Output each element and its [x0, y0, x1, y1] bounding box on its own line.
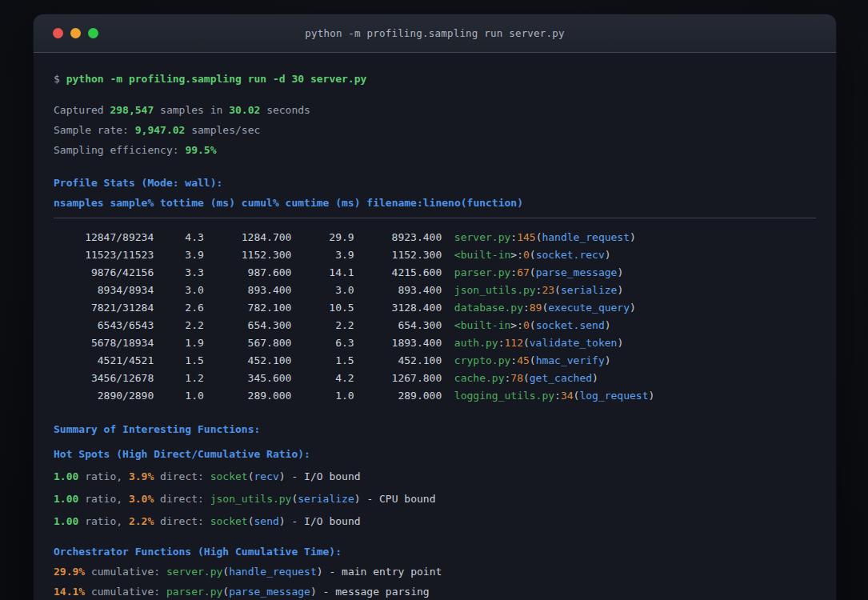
cumtime-cell: 4215.600 [354, 264, 442, 282]
ratio-label: ratio, [78, 493, 129, 505]
window-controls [34, 28, 98, 38]
colon: : [517, 319, 523, 331]
titlebar[interactable]: python -m profiling.sampling run server.… [34, 14, 836, 53]
function-name: hmac_verify [536, 354, 605, 366]
cumul-pct-cell: 3.9 [291, 246, 354, 264]
function-name: log_request [579, 390, 648, 402]
note-text: - CPU bound [361, 493, 436, 505]
table-row: 3456/126781.2345.6004.21267.800cache.py:… [54, 370, 816, 387]
cumul-pct-cell: 4.2 [291, 370, 354, 387]
hot-spot-item: 1.00 ratio, 3.9% direct: socket(recv) - … [54, 468, 816, 486]
tottime-cell: 987.600 [204, 264, 292, 282]
sample-pct-cell: 1.9 [154, 334, 204, 352]
open-paren: ( [222, 586, 229, 598]
tottime-cell: 1284.700 [204, 229, 292, 246]
direct-label: direct: [154, 515, 210, 527]
close-paren: ) [592, 372, 598, 384]
captured-label: Captured [54, 104, 110, 116]
filename: logging_utils.py [454, 390, 554, 402]
command-line: $ python -m profiling.sampling run -d 30… [54, 70, 816, 88]
function-location: logging_utils.py:34(log_request) [454, 387, 654, 405]
function-name: handle_request [229, 566, 317, 578]
table-row: 2890/28901.0289.0001.0289.000logging_uti… [54, 387, 816, 405]
sample-pct-cell: 2.6 [154, 299, 204, 317]
orchestrator-item: 14.1% cumulative: parser.py(parse_messag… [54, 583, 816, 600]
function-location: json_utils.py:23(serialize) [454, 282, 623, 299]
filename: auth.py [454, 337, 498, 349]
sample-rate-value: 9,947.02 [135, 124, 186, 136]
tottime-cell: 654.300 [204, 317, 292, 334]
close-button[interactable] [53, 28, 63, 38]
function-location: cache.py:78(get_cached) [454, 370, 598, 387]
colon: : [554, 390, 561, 402]
terminal-window: python -m profiling.sampling run server.… [34, 14, 836, 600]
close-paren: ) [310, 586, 317, 598]
function-name: parse_message [229, 586, 310, 598]
function-location: <built-in>:0(socket.recv) [454, 246, 611, 264]
close-paren: ) [649, 390, 655, 402]
seconds-label: seconds [260, 104, 310, 116]
close-paren: ) [617, 284, 623, 296]
cumul-pct-cell: 29.9 [291, 229, 354, 246]
ratio-value: 1.00 [54, 515, 78, 527]
line-number: 78 [510, 372, 523, 384]
table-row: 4521/45211.5452.1001.5452.100crypto.py:4… [54, 352, 816, 370]
ratio-label: ratio, [78, 515, 129, 527]
cumul-pct-cell: 10.5 [291, 299, 354, 317]
cumul-pct-cell: 3.0 [291, 282, 354, 299]
duration-value: 30.02 [229, 104, 260, 116]
orchestrator-item: 29.9% cumulative: server.py(handle_reque… [54, 563, 816, 581]
table-row: 7821/312842.6782.10010.53128.400database… [54, 299, 816, 317]
nsamples-cell: 8934/8934 [54, 282, 154, 299]
tottime-cell: 345.600 [204, 370, 292, 387]
ratio-value: 1.00 [54, 493, 78, 505]
line-number: 34 [561, 390, 574, 402]
cumtime-cell: 654.300 [354, 317, 442, 334]
sample-pct-cell: 3.3 [154, 264, 204, 282]
close-paren: ) [605, 249, 611, 261]
cumtime-cell: 8923.400 [354, 229, 442, 246]
close-paren: ) [279, 470, 286, 482]
efficiency-line: Sampling efficiency: 99.5% [54, 142, 816, 159]
sample-pct-cell: 3.0 [154, 282, 204, 299]
function-location: crypto.py:45(hmac_verify) [454, 352, 611, 370]
function-location: server.py:145(handle_request) [454, 229, 636, 246]
close-paren: ) [279, 515, 286, 527]
tottime-cell: 452.100 [204, 352, 292, 370]
close-paren: ) [630, 302, 636, 314]
close-paren: ) [630, 231, 636, 243]
cumulative-percent: 14.1% [54, 586, 85, 598]
filename: database.py [454, 302, 523, 314]
efficiency-label: Sampling efficiency: [54, 144, 185, 156]
profile-stats-heading: Profile Stats (Mode: wall): [54, 174, 816, 192]
direct-percent: 2.2% [129, 515, 154, 527]
cumulative-label: cumulative: [85, 586, 166, 598]
function-name: execute_query [548, 302, 630, 314]
open-paren: ( [530, 354, 536, 366]
cumul-pct-cell: 1.5 [291, 352, 354, 370]
hot-spot-item: 1.00 ratio, 2.2% direct: socket(send) - … [54, 513, 816, 530]
cumtime-cell: 3128.400 [354, 299, 442, 317]
table-row: 5678/189341.9567.8006.31893.400auth.py:1… [54, 334, 816, 352]
sample-rate-label: Sample rate: [54, 124, 135, 136]
line-number: 0 [523, 319, 530, 331]
function-name: socket.send [536, 319, 605, 331]
maximize-button[interactable] [88, 28, 98, 38]
note-text: - I/O bound [286, 470, 361, 482]
function-name: parse_message [536, 266, 618, 278]
line-number: 89 [530, 302, 542, 314]
colon: : [523, 302, 530, 314]
target-name: parser.py [166, 586, 222, 598]
table-row: 6543/65432.2654.3002.2654.300<built-in>:… [54, 317, 816, 334]
sample-pct-cell: 1.5 [154, 352, 204, 370]
target-name: json_utils.py [210, 493, 292, 505]
sample-pct-cell: 2.2 [154, 317, 204, 334]
close-paren: ) [317, 566, 323, 578]
minimize-button[interactable] [70, 28, 81, 38]
function-name: serialize [298, 493, 354, 505]
cumul-pct-cell: 1.0 [291, 387, 354, 405]
function-name: handle_request [542, 231, 630, 243]
function-name: recv [254, 470, 279, 482]
line-number: 112 [504, 337, 522, 349]
line-number: 145 [517, 231, 535, 243]
